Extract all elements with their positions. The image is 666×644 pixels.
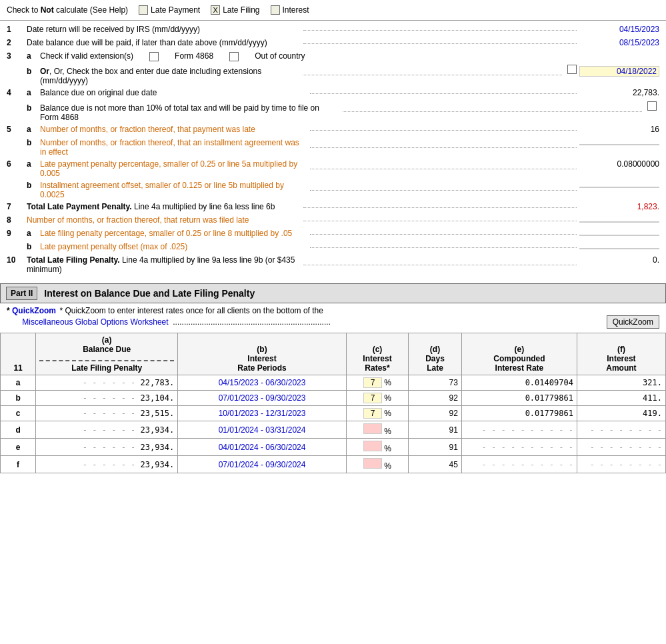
row-e-period[interactable]: 04/01/2024 - 06/30/2024 <box>178 439 347 456</box>
row-c-balance[interactable]: - - - - - - 23,515. <box>36 406 178 421</box>
interest-checkbox[interactable] <box>271 5 280 15</box>
line-9b-row: b Late payment penalty offset (max of .0… <box>7 241 659 254</box>
line-9a-dots <box>310 234 577 235</box>
line-3b-row: b Or, Or, Check the box and enter due da… <box>7 63 659 87</box>
row-f-compounded[interactable]: - - - - - - - - - - <box>461 456 577 473</box>
line-6b-value[interactable] <box>579 187 659 188</box>
row-d-compounded[interactable]: - - - - - - - - - - <box>461 421 577 439</box>
row-d-period[interactable]: 01/01/2024 - 03/31/2024 <box>178 421 347 439</box>
row-f-interest[interactable]: - - - - - - - - <box>577 456 665 473</box>
row-b-rate[interactable]: 7 % <box>346 391 408 406</box>
line-2-label: Date balance due will be paid, if later … <box>27 38 301 47</box>
line-1-value[interactable]: 04/15/2023 <box>579 25 659 34</box>
row-label-a: a <box>1 375 36 391</box>
row-a-compounded[interactable]: 0.01409704 <box>461 375 577 391</box>
line-2-value[interactable]: 08/15/2023 <box>579 38 659 47</box>
line-10-value[interactable]: 0. <box>579 255 659 265</box>
table-header-col-b: (b) Interest Rate Periods <box>178 333 347 375</box>
line-5a-label: Number of months, or fraction thereof, t… <box>40 125 307 134</box>
row-a-days: 73 <box>409 375 462 391</box>
line-5a-num: 5 <box>7 125 27 134</box>
line-3b-checkbox[interactable] <box>567 65 577 74</box>
line-9a-value[interactable] <box>579 235 659 236</box>
row-e-rate[interactable]: % <box>346 439 408 456</box>
line-2-dots <box>303 43 577 44</box>
row-e-days: 91 <box>409 439 462 456</box>
part2-table: 11 (a) Balance Due Late Filing Penalty (… <box>0 333 666 473</box>
line-9b-dots <box>310 247 577 248</box>
line-6a-value[interactable]: 0.08000000 <box>579 159 659 169</box>
line-2-num: 2 <box>7 38 27 47</box>
line-4a-value[interactable]: 22,783. <box>579 88 659 97</box>
row-label-d: d <box>1 421 36 439</box>
quickzoom-link-text[interactable]: QuickZoom <box>12 306 56 315</box>
late-payment-checkbox[interactable] <box>139 5 148 15</box>
line-6a-dots <box>310 169 577 169</box>
form4868-checkbox[interactable] <box>229 52 239 61</box>
line-4b-row: b Balance due is not more than 10% of to… <box>7 100 659 123</box>
row-f-rate[interactable]: % <box>346 456 408 473</box>
late-payment-checkbox-group: Late Payment <box>139 5 200 15</box>
row-b-period[interactable]: 07/01/2023 - 09/30/2023 <box>178 391 347 406</box>
row-b-interest[interactable]: 411. <box>577 391 665 406</box>
row-e-compounded[interactable]: - - - - - - - - - - <box>461 439 577 456</box>
line-6a-row: 6 a Late payment penalty percentage, sma… <box>7 158 659 179</box>
row-e-balance[interactable]: - - - - - - 23,934. <box>36 439 178 456</box>
interest-label: Interest <box>283 5 309 15</box>
line-8-row: 8 Number of months, or fraction thereof,… <box>7 214 659 227</box>
line-5b-sub: b <box>27 138 40 147</box>
table-header-col-c: (c) Interest Rates* <box>346 333 408 375</box>
line-10-row: 10 Total Late Filing Penalty. Line 4a mu… <box>7 254 659 275</box>
row-b-compounded[interactable]: 0.01779861 <box>461 391 577 406</box>
top-bar: Check to Not calculate (See Help) Late P… <box>0 0 666 21</box>
line-3a-label: Check if valid extension(s) Form 4868 Ou… <box>40 51 659 61</box>
line-7-num: 7 <box>7 202 27 211</box>
row-a-interest[interactable]: 321. <box>577 375 665 391</box>
row-f-balance[interactable]: - - - - - - 23,934. <box>36 456 178 473</box>
line-5a-dots <box>310 130 577 131</box>
line-5a-value[interactable]: 16 <box>579 125 659 134</box>
line-8-label: Number of months, or fraction thereof, t… <box>27 215 301 225</box>
line-9b-label: Late payment penalty offset (max of .025… <box>40 242 307 251</box>
row-d-interest[interactable]: - - - - - - - - <box>577 421 665 439</box>
line-4b-dots <box>343 111 643 112</box>
line-5b-label: Number of months, or fraction thereof, t… <box>40 138 307 157</box>
row-a-period[interactable]: 04/15/2023 - 06/30/2023 <box>178 375 347 391</box>
row-e-interest[interactable]: - - - - - - - - <box>577 439 665 456</box>
late-filing-checkbox[interactable]: X <box>211 5 220 15</box>
row-d-balance[interactable]: - - - - - - 23,934. <box>36 421 178 439</box>
row-a-rate[interactable]: 7 % <box>346 375 408 391</box>
row-c-rate[interactable]: 7 % <box>346 406 408 421</box>
line-6a-num: 6 <box>7 159 27 169</box>
line-9b-value[interactable] <box>579 248 659 249</box>
check-not-label: Check to Not calculate (See Help) <box>7 5 128 15</box>
row-c-interest[interactable]: 419. <box>577 406 665 421</box>
quickzoom-worksheet-link[interactable]: Miscellaneous Global Options Worksheet <box>22 317 168 327</box>
row-a-balance[interactable]: - - - - - - 22,783. <box>36 375 178 391</box>
line-1-num: 1 <box>7 25 27 34</box>
row-d-rate[interactable]: % <box>346 421 408 439</box>
row-b-balance[interactable]: - - - - - - 23,104. <box>36 391 178 406</box>
line-1-label: Date return will be received by IRS (mm/… <box>27 25 301 34</box>
line-4b-sub: b <box>27 103 40 113</box>
line-7-value[interactable]: 1,823. <box>579 202 659 211</box>
line-7-row: 7 Total Late Payment Penalty. Line 4a mu… <box>7 201 659 214</box>
row-f-period[interactable]: 07/01/2024 - 09/30/2024 <box>178 456 347 473</box>
row-f-days: 45 <box>409 456 462 473</box>
line-3b-value[interactable]: 04/18/2022 <box>579 66 659 77</box>
line-4a-row: 4 a Balance due on original due date 22,… <box>7 87 659 100</box>
line-8-value[interactable] <box>579 221 659 223</box>
line-4b-checkbox[interactable] <box>647 101 657 111</box>
quickzoom-button[interactable]: QuickZoom <box>607 315 659 329</box>
line-9a-label: Late filing penalty percentage, smaller … <box>40 229 307 238</box>
line-1-dots <box>303 30 577 31</box>
quickzoom-section: * QuickZoom * QuickZoom to enter interes… <box>0 303 666 330</box>
line-5b-value[interactable] <box>579 144 659 145</box>
line-2-row: 2 Date balance due will be paid, if late… <box>7 37 659 50</box>
valid-extension-checkbox[interactable] <box>149 52 159 61</box>
line-4b-label: Balance due is not more than 10% of tota… <box>40 103 340 122</box>
row-c-compounded[interactable]: 0.01779861 <box>461 406 577 421</box>
form-section: 1 Date return will be received by IRS (m… <box>0 21 666 278</box>
line-3b-label: Or, Or, Check the box and enter due date… <box>40 67 300 85</box>
row-c-period[interactable]: 10/01/2023 - 12/31/2023 <box>178 406 347 421</box>
